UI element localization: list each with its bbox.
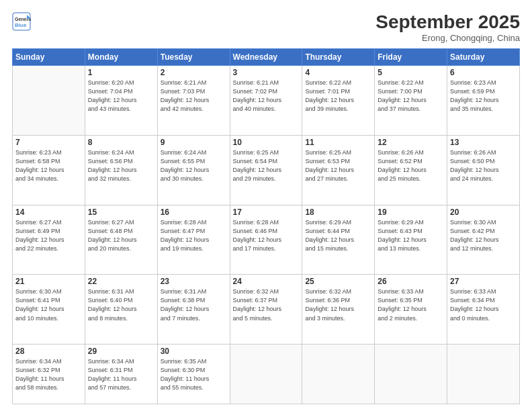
day-detail: Sunrise: 6:31 AMSunset: 6:40 PMDaylight:… bbox=[88, 287, 154, 322]
day-detail: Sunrise: 6:32 AMSunset: 6:36 PMDaylight:… bbox=[305, 287, 371, 322]
day-number: 19 bbox=[378, 208, 444, 217]
calendar-cell: 20Sunrise: 6:30 AMSunset: 6:42 PMDayligh… bbox=[447, 205, 520, 275]
day-detail: Sunrise: 6:34 AMSunset: 6:32 PMDaylight:… bbox=[15, 357, 82, 392]
day-detail: Sunrise: 6:28 AMSunset: 6:46 PMDaylight:… bbox=[233, 218, 300, 253]
calendar-cell: 18Sunrise: 6:29 AMSunset: 6:44 PMDayligh… bbox=[302, 205, 375, 275]
day-detail: Sunrise: 6:21 AMSunset: 7:02 PMDaylight:… bbox=[233, 79, 300, 113]
day-number: 9 bbox=[161, 138, 227, 147]
day-detail: Sunrise: 6:26 AMSunset: 6:50 PMDaylight:… bbox=[450, 148, 517, 183]
day-detail: Sunrise: 6:35 AMSunset: 6:30 PMDaylight:… bbox=[161, 357, 227, 392]
day-number: 13 bbox=[450, 138, 517, 147]
weekday-header-sunday: Sunday bbox=[13, 48, 85, 65]
day-number: 20 bbox=[450, 208, 517, 217]
day-detail: Sunrise: 6:30 AMSunset: 6:41 PMDaylight:… bbox=[15, 287, 82, 322]
logo: General Blue bbox=[12, 12, 31, 31]
day-number: 29 bbox=[88, 347, 154, 356]
calendar-cell: 21Sunrise: 6:30 AMSunset: 6:41 PMDayligh… bbox=[13, 275, 85, 345]
calendar-cell: 15Sunrise: 6:27 AMSunset: 6:48 PMDayligh… bbox=[85, 205, 157, 275]
day-detail: Sunrise: 6:25 AMSunset: 6:53 PMDaylight:… bbox=[305, 148, 371, 183]
calendar-cell: 11Sunrise: 6:25 AMSunset: 6:53 PMDayligh… bbox=[302, 135, 375, 205]
day-number: 4 bbox=[305, 68, 371, 77]
day-number: 6 bbox=[450, 68, 517, 77]
calendar-cell: 7Sunrise: 6:23 AMSunset: 6:58 PMDaylight… bbox=[13, 135, 85, 205]
day-detail: Sunrise: 6:22 AMSunset: 7:00 PMDaylight:… bbox=[378, 79, 444, 113]
weekday-header-thursday: Thursday bbox=[302, 48, 375, 65]
month-title: September 2025 bbox=[375, 12, 520, 33]
day-detail: Sunrise: 6:33 AMSunset: 6:35 PMDaylight:… bbox=[378, 287, 444, 322]
calendar-cell: 9Sunrise: 6:24 AMSunset: 6:55 PMDaylight… bbox=[157, 135, 230, 205]
calendar-cell: 28Sunrise: 6:34 AMSunset: 6:32 PMDayligh… bbox=[13, 345, 85, 404]
calendar-cell: 14Sunrise: 6:27 AMSunset: 6:49 PMDayligh… bbox=[13, 205, 85, 275]
day-detail: Sunrise: 6:22 AMSunset: 7:01 PMDaylight:… bbox=[305, 79, 371, 113]
calendar-cell: 13Sunrise: 6:26 AMSunset: 6:50 PMDayligh… bbox=[447, 135, 520, 205]
calendar-cell: 6Sunrise: 6:23 AMSunset: 6:59 PMDaylight… bbox=[447, 65, 520, 135]
svg-text:Blue: Blue bbox=[15, 22, 27, 28]
day-number: 17 bbox=[233, 208, 300, 217]
calendar-cell: 23Sunrise: 6:31 AMSunset: 6:38 PMDayligh… bbox=[157, 275, 230, 345]
day-detail: Sunrise: 6:28 AMSunset: 6:47 PMDaylight:… bbox=[161, 218, 227, 253]
day-detail: Sunrise: 6:25 AMSunset: 6:54 PMDaylight:… bbox=[233, 148, 300, 183]
day-number: 22 bbox=[88, 277, 154, 286]
calendar-table: SundayMondayTuesdayWednesdayThursdayFrid… bbox=[12, 48, 520, 404]
day-number: 2 bbox=[161, 68, 227, 77]
day-detail: Sunrise: 6:27 AMSunset: 6:48 PMDaylight:… bbox=[88, 218, 154, 253]
day-number: 8 bbox=[88, 138, 154, 147]
day-number: 27 bbox=[450, 277, 517, 286]
calendar-cell bbox=[302, 345, 375, 404]
day-detail: Sunrise: 6:30 AMSunset: 6:42 PMDaylight:… bbox=[450, 218, 517, 253]
calendar-cell: 26Sunrise: 6:33 AMSunset: 6:35 PMDayligh… bbox=[375, 275, 447, 345]
calendar-cell: 1Sunrise: 6:20 AMSunset: 7:04 PMDaylight… bbox=[85, 65, 157, 135]
day-detail: Sunrise: 6:31 AMSunset: 6:38 PMDaylight:… bbox=[161, 287, 227, 322]
calendar-cell: 4Sunrise: 6:22 AMSunset: 7:01 PMDaylight… bbox=[302, 65, 375, 135]
calendar-cell: 27Sunrise: 6:33 AMSunset: 6:34 PMDayligh… bbox=[447, 275, 520, 345]
day-number: 7 bbox=[15, 138, 82, 147]
calendar-cell: 29Sunrise: 6:34 AMSunset: 6:31 PMDayligh… bbox=[85, 345, 157, 404]
weekday-header-tuesday: Tuesday bbox=[157, 48, 230, 65]
day-detail: Sunrise: 6:32 AMSunset: 6:37 PMDaylight:… bbox=[233, 287, 300, 322]
calendar-cell: 24Sunrise: 6:32 AMSunset: 6:37 PMDayligh… bbox=[230, 275, 302, 345]
day-detail: Sunrise: 6:21 AMSunset: 7:03 PMDaylight:… bbox=[161, 79, 227, 113]
day-number: 21 bbox=[15, 277, 82, 286]
day-number: 16 bbox=[161, 208, 227, 217]
weekday-header-saturday: Saturday bbox=[447, 48, 520, 65]
logo-icon: General Blue bbox=[12, 12, 31, 31]
weekday-header-monday: Monday bbox=[85, 48, 157, 65]
day-detail: Sunrise: 6:24 AMSunset: 6:56 PMDaylight:… bbox=[88, 148, 154, 183]
day-detail: Sunrise: 6:33 AMSunset: 6:34 PMDaylight:… bbox=[450, 287, 517, 322]
calendar-cell: 16Sunrise: 6:28 AMSunset: 6:47 PMDayligh… bbox=[157, 205, 230, 275]
location-subtitle: Erong, Chongqing, China bbox=[375, 33, 520, 43]
day-number: 11 bbox=[305, 138, 371, 147]
calendar-cell: 25Sunrise: 6:32 AMSunset: 6:36 PMDayligh… bbox=[302, 275, 375, 345]
day-number: 12 bbox=[378, 138, 444, 147]
calendar-cell: 2Sunrise: 6:21 AMSunset: 7:03 PMDaylight… bbox=[157, 65, 230, 135]
calendar-cell: 3Sunrise: 6:21 AMSunset: 7:02 PMDaylight… bbox=[230, 65, 302, 135]
day-number: 30 bbox=[161, 347, 227, 356]
calendar-cell bbox=[375, 345, 447, 404]
calendar-cell: 19Sunrise: 6:29 AMSunset: 6:43 PMDayligh… bbox=[375, 205, 447, 275]
day-number: 23 bbox=[161, 277, 227, 286]
weekday-header-friday: Friday bbox=[375, 48, 447, 65]
header: General Blue September 2025 Erong, Chong… bbox=[12, 12, 520, 43]
calendar-cell: 10Sunrise: 6:25 AMSunset: 6:54 PMDayligh… bbox=[230, 135, 302, 205]
day-detail: Sunrise: 6:26 AMSunset: 6:52 PMDaylight:… bbox=[378, 148, 444, 183]
day-detail: Sunrise: 6:29 AMSunset: 6:43 PMDaylight:… bbox=[378, 218, 444, 253]
day-detail: Sunrise: 6:20 AMSunset: 7:04 PMDaylight:… bbox=[88, 79, 154, 113]
day-number: 28 bbox=[15, 347, 82, 356]
calendar-cell bbox=[447, 345, 520, 404]
day-number: 24 bbox=[233, 277, 300, 286]
day-number: 25 bbox=[305, 277, 371, 286]
calendar-cell: 12Sunrise: 6:26 AMSunset: 6:52 PMDayligh… bbox=[375, 135, 447, 205]
day-number: 3 bbox=[233, 68, 300, 77]
calendar-cell bbox=[230, 345, 302, 404]
day-detail: Sunrise: 6:23 AMSunset: 6:58 PMDaylight:… bbox=[15, 148, 82, 183]
calendar-cell: 30Sunrise: 6:35 AMSunset: 6:30 PMDayligh… bbox=[157, 345, 230, 404]
calendar-cell: 5Sunrise: 6:22 AMSunset: 7:00 PMDaylight… bbox=[375, 65, 447, 135]
weekday-header-row: SundayMondayTuesdayWednesdayThursdayFrid… bbox=[13, 48, 520, 65]
calendar-cell: 22Sunrise: 6:31 AMSunset: 6:40 PMDayligh… bbox=[85, 275, 157, 345]
day-detail: Sunrise: 6:23 AMSunset: 6:59 PMDaylight:… bbox=[450, 79, 517, 113]
day-number: 26 bbox=[378, 277, 444, 286]
calendar-cell bbox=[13, 65, 85, 135]
calendar-cell: 17Sunrise: 6:28 AMSunset: 6:46 PMDayligh… bbox=[230, 205, 302, 275]
title-block: September 2025 Erong, Chongqing, China bbox=[375, 12, 520, 43]
day-detail: Sunrise: 6:29 AMSunset: 6:44 PMDaylight:… bbox=[305, 218, 371, 253]
